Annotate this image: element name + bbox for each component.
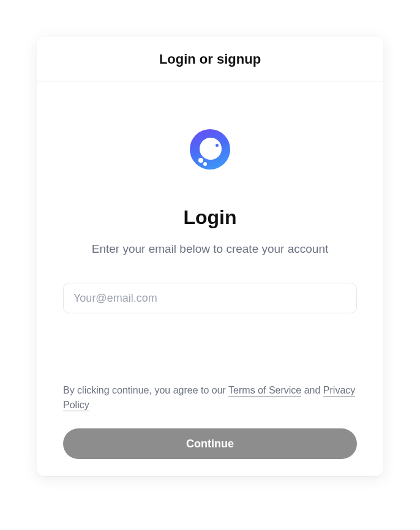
login-card: Login or signup Login Enter your email b…	[37, 37, 383, 476]
card-body: Login Enter your email below to create y…	[37, 81, 383, 476]
terms-of-service-link[interactable]: Terms of Service	[228, 385, 301, 397]
consent-text: By clicking continue, you agree to our T…	[63, 383, 357, 412]
login-title: Login	[183, 206, 236, 229]
email-input[interactable]	[63, 283, 357, 313]
app-logo-icon	[190, 129, 230, 170]
consent-and: and	[301, 385, 323, 395]
card-header-title: Login or signup	[49, 51, 371, 67]
consent-prefix: By clicking continue, you agree to our	[63, 385, 228, 395]
continue-button[interactable]: Continue	[63, 428, 357, 459]
card-header: Login or signup	[37, 37, 383, 81]
login-subtitle: Enter your email below to create your ac…	[92, 242, 329, 256]
